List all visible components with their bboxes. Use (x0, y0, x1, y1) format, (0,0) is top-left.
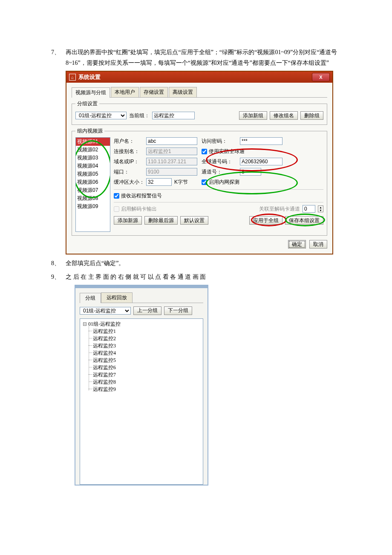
tree-leaf[interactable]: 远程监控4 (93, 350, 200, 357)
use-anfang-label: 使用安防全球通 (209, 148, 245, 155)
list-item[interactable]: 视频源04 (76, 162, 110, 170)
instruction-7: 7、 再出现的界面中按“红圈”处填写，填完后点“应用于全组”；“绿圈”标示的“视… (51, 47, 341, 68)
dialog-title: 系统设置 (78, 73, 101, 81)
list-item[interactable]: 视频源07 (76, 186, 110, 194)
tab-group[interactable]: 分组 (80, 293, 101, 303)
instruction-9: 9、 之 后 在 主 界 面 的 右 侧 就 可 以 点 看 各 通 道 画 面 (51, 272, 341, 282)
decode-channel-field[interactable] (303, 205, 315, 213)
tabs: 视频源与分组 本地用户 存储设置 高级设置 (72, 87, 327, 98)
domain-label: 域名或IP： (114, 158, 142, 165)
intranet-checkbox[interactable] (202, 179, 207, 185)
delete-group-button[interactable]: 删除组 (300, 111, 323, 120)
password-label: 访问密码： (202, 138, 236, 145)
group-settings-legend: 分组设置 (75, 100, 99, 107)
list-item[interactable]: 视频源06 (76, 178, 110, 186)
tree-leaf[interactable]: 远程监控7 (93, 371, 200, 379)
buffer-unit: K字节 (174, 179, 188, 186)
list-item[interactable]: 视频源08 (76, 194, 110, 202)
delete-last-source-button[interactable]: 删除最后源 (144, 216, 178, 225)
system-settings-dialog: ⌂ 系统设置 X 视频源与分组 本地用户 存储设置 高级设置 分组设置 01组-… (66, 71, 333, 254)
close-button[interactable]: X (312, 73, 330, 81)
spinner-icon[interactable]: ▲ ▼ (318, 205, 323, 212)
decode-output-label: 启用解码卡输出 (121, 205, 157, 213)
alias-label: 连接别名： (114, 148, 142, 155)
titlebar: ⌂ 系统设置 X (66, 72, 332, 83)
list-item[interactable]: 视频源05 (76, 170, 110, 178)
alias-field (146, 147, 197, 155)
password-field[interactable] (240, 137, 282, 145)
port-label: 端口： (114, 168, 142, 176)
list-item[interactable]: 视频源09 (76, 202, 110, 211)
next-group-button[interactable]: 下一分组 (164, 306, 192, 315)
tab-storage[interactable]: 存储设置 (140, 87, 168, 97)
prev-group-button[interactable]: 上一分组 (133, 306, 161, 315)
instruction-7-text: 再出现的界面中按“红圈”处填写，填完后点“应用于全组”；“绿圈”标示的“视频源0… (66, 47, 341, 68)
global-number-label: 全球通号码： (202, 158, 236, 165)
port-field (146, 168, 197, 176)
instruction-9-text: 之 后 在 主 界 面 的 右 侧 就 可 以 点 看 各 通 道 画 面 (66, 272, 341, 282)
channel-field[interactable] (240, 168, 261, 176)
group-panel: 分组 远程回放 01组-远程监控 上一分组 下一分组 01组-远程监控 远程监控… (75, 285, 208, 486)
instruction-8-text: 全部填完后点“确定”。 (66, 258, 341, 269)
buffer-field[interactable] (146, 178, 172, 186)
buffer-label: 缓冲区大小： (114, 179, 142, 186)
current-group-label: 当前组： (129, 112, 150, 119)
tab-remote-playback[interactable]: 远程回放 (101, 292, 133, 303)
tree-leaf[interactable]: 远程监控3 (93, 342, 200, 350)
instruction-9-num: 9、 (51, 272, 66, 282)
tree-leaf[interactable]: 远程监控1 (93, 328, 200, 335)
group-sources-legend: 组内视频源 (75, 127, 104, 135)
instruction-8-num: 8、 (51, 258, 66, 269)
app-icon: ⌂ (69, 74, 76, 81)
default-settings-button[interactable]: 默认设置 (180, 216, 208, 225)
ok-button[interactable]: 确定 (288, 240, 306, 249)
tree-leaf[interactable]: 远程监控2 (93, 335, 200, 342)
rename-group-button[interactable]: 修改组名 (270, 111, 298, 120)
instruction-8: 8、 全部填完后点“确定”。 (51, 258, 341, 269)
tab-advanced[interactable]: 高级设置 (169, 87, 197, 97)
list-item[interactable]: 视频源03 (76, 154, 110, 162)
video-source-list[interactable]: 视频源01 视频源02 视频源03 视频源04 视频源05 视频源06 视频源0… (75, 137, 110, 232)
tree-root[interactable]: 01组-远程监控 (83, 321, 200, 328)
tree-leaf[interactable]: 远程监控6 (93, 364, 200, 371)
group-combo[interactable]: 01组-远程监控 (75, 112, 127, 119)
apply-to-group-button[interactable]: 应用于全组 (249, 216, 282, 225)
save-group-settings-button[interactable]: 保存本组设置 (285, 216, 323, 225)
cancel-button[interactable]: 取消 (309, 240, 327, 249)
tab-local-user[interactable]: 本地用户 (111, 87, 139, 97)
current-group-field[interactable] (152, 112, 195, 119)
use-anfang-checkbox[interactable] (202, 149, 207, 154)
receive-alarm-label: 接收远程报警信号 (121, 192, 162, 199)
receive-alarm-checkbox[interactable] (114, 193, 119, 199)
group-settings-fieldset: 分组设置 01组-远程监控 当前组： 添加新组 修改组名 删除组 (72, 100, 327, 125)
tree-leaf[interactable]: 远程监控9 (93, 386, 200, 393)
add-source-button[interactable]: 添加新源 (114, 216, 142, 225)
global-number-field[interactable] (240, 158, 282, 165)
list-item[interactable]: 视频源01 (76, 138, 110, 146)
username-field[interactable] (146, 137, 197, 145)
tree-leaf[interactable]: 远程监控8 (93, 379, 200, 386)
decode-output-checkbox (114, 206, 119, 212)
panel-group-combo[interactable]: 01组-远程监控 (80, 307, 131, 315)
username-label: 用户名： (114, 138, 142, 145)
tree-leaf[interactable]: 远程监控5 (93, 357, 200, 364)
list-item[interactable]: 视频源02 (76, 146, 110, 154)
channel-tree[interactable]: 01组-远程监控 远程监控1 远程监控2 远程监控3 远程监控4 远程监控5 远… (80, 318, 203, 485)
intranet-label: 启用内网探测 (209, 179, 239, 186)
panel-tabs: 分组 远程回放 (80, 292, 203, 303)
domain-field (146, 158, 197, 165)
add-group-button[interactable]: 添加新组 (239, 111, 267, 120)
channel-label: 通道号： (202, 168, 236, 176)
decode-channel-label: 关联至解码卡通道 (259, 205, 300, 213)
group-sources-fieldset: 组内视频源 视频源01 视频源02 视频源03 视频源04 视频源05 视频源0… (72, 127, 327, 236)
tab-video-source[interactable]: 视频源与分组 (72, 87, 110, 98)
instruction-7-num: 7、 (51, 47, 66, 68)
